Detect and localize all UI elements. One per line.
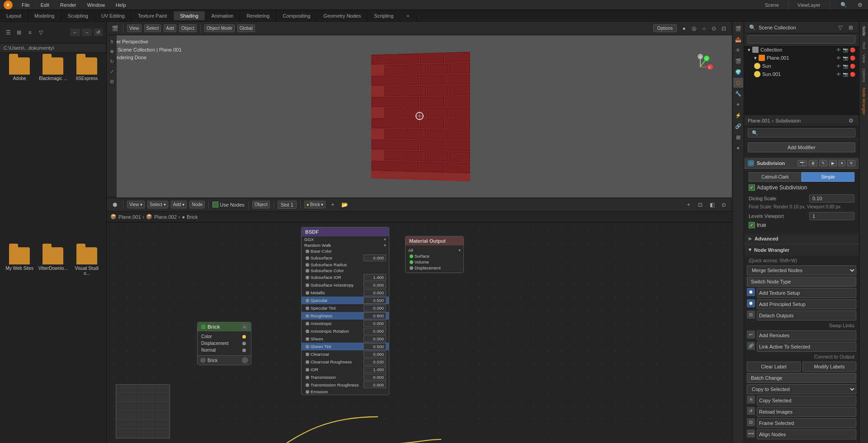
filter-icon-outliner[interactable]: ▽: [835, 23, 844, 32]
blender-logo[interactable]: B: [4, 0, 13, 9]
bsdf-base-color[interactable]: Base Color: [302, 248, 389, 254]
ne-use-nodes-checkbox[interactable]: Use Nodes: [212, 202, 244, 207]
sun001-eye-icon[interactable]: 👁: [836, 72, 841, 77]
ne-tab-view[interactable]: View: [861, 52, 867, 66]
link-active-button[interactable]: Link Active To Selected: [757, 342, 856, 352]
mod-camera-icon[interactable]: 📷: [797, 160, 807, 166]
folder-adobe[interactable]: Adobe: [5, 57, 34, 244]
bsdf-subsurface-color[interactable]: Subsurface Color: [302, 268, 389, 273]
node-canvas[interactable]: Brick − Color Displacement: [107, 222, 732, 443]
levels-viewport-input[interactable]: [809, 212, 854, 220]
prop-settings-icon[interactable]: ⚙: [846, 116, 855, 125]
filter-icon[interactable]: ▽: [36, 28, 45, 37]
folder-visualstudio[interactable]: Visual Studio...: [72, 247, 102, 438]
merge-selected-dropdown[interactable]: Merge Selected Nodes: [747, 265, 856, 275]
search-icon[interactable]: 🔍: [839, 0, 848, 9]
ne-snap[interactable]: ⊡: [696, 200, 705, 209]
bsdf-clearcoat-roughness[interactable]: Clearcoat Roughness 0.030: [302, 358, 389, 366]
clear-label-button[interactable]: Clear Label: [747, 362, 801, 372]
tab-add[interactable]: +: [400, 11, 416, 20]
forward-button[interactable]: →: [82, 28, 92, 36]
tab-compositing[interactable]: Compositing: [276, 11, 317, 20]
mod-edit-icon[interactable]: ✎: [819, 160, 827, 166]
plane001-camera-icon[interactable]: 📷: [843, 56, 848, 61]
ne-sidebar-toggle[interactable]: ◧: [708, 200, 717, 209]
bsdf-anisotropic[interactable]: Anisotropic 0.000: [302, 320, 389, 327]
ne-add-menu[interactable]: Add ▾: [171, 201, 187, 208]
plane001-render-icon[interactable]: 🔴: [850, 56, 855, 61]
ne-slot-selector[interactable]: Slot 1: [278, 201, 297, 209]
list-toggle[interactable]: ≡: [25, 28, 34, 37]
global-dropdown[interactable]: Global: [237, 24, 255, 32]
add-modifier-button[interactable]: Add Modifier: [748, 142, 855, 152]
tab-geometry-nodes[interactable]: Geometry Nodes: [317, 11, 368, 20]
cursor-tool[interactable]: 🖱: [107, 37, 116, 46]
switch-node-type-button[interactable]: Switch Node Type: [747, 277, 856, 287]
detach-outputs-button[interactable]: Detach Outputs: [757, 311, 856, 320]
bsdf-ior[interactable]: IOR 1.450: [302, 366, 389, 373]
tab-scripting[interactable]: Scripting: [368, 11, 400, 20]
copy-selected-button[interactable]: Copy Selected: [757, 396, 856, 405]
bsdf-method-selector[interactable]: GGX ▾: [302, 236, 389, 242]
bsdf-specular-tint[interactable]: Specular Tint 0.000: [302, 304, 389, 312]
view-toggle[interactable]: ⊞: [14, 28, 24, 37]
search-icon-outliner[interactable]: 🔍: [748, 23, 757, 32]
prop-tab-scene[interactable]: 🎬: [733, 56, 743, 66]
batch-change-button[interactable]: Batch Change: [747, 373, 856, 383]
menu-edit[interactable]: Edit: [39, 2, 51, 8]
settings-icon[interactable]: ⚙: [855, 0, 864, 9]
catmull-clark-button[interactable]: Catmull-Clark: [749, 172, 802, 182]
ne-select-menu[interactable]: Select ▾: [147, 201, 168, 208]
bsdf-anisotropic-rotation[interactable]: Anisotropic Rotation 0.000: [302, 327, 389, 335]
add-principled-setup-button[interactable]: Add Principled Setup: [757, 299, 856, 309]
optimal-display-checkbox[interactable]: ✓ true: [749, 222, 854, 228]
sun-render-icon[interactable]: 🔴: [850, 64, 855, 69]
sun001-camera-icon[interactable]: 📷: [843, 72, 848, 77]
ne-breadcrumb-plane002-label[interactable]: Plane.002: [154, 214, 177, 220]
advanced-section-header[interactable]: ▶ Advanced: [744, 234, 859, 244]
prop-tab-material[interactable]: ●: [733, 143, 743, 153]
prop-tab-modifiers[interactable]: 🔧: [733, 89, 743, 99]
bsdf-specular[interactable]: Specular 0.500: [302, 297, 389, 304]
menu-help[interactable]: Help: [114, 2, 128, 8]
camera-icon[interactable]: 📷: [843, 47, 848, 52]
bsdf-subsurface-method[interactable]: Random Walk ▾: [302, 242, 389, 248]
object-menu[interactable]: Object: [179, 24, 197, 32]
tab-texture-paint[interactable]: Texture Paint: [132, 11, 174, 20]
simple-button[interactable]: Simple: [802, 172, 854, 182]
prop-tab-view[interactable]: 👁: [733, 45, 743, 55]
tab-sculpting[interactable]: Sculpting: [61, 11, 95, 20]
ne-material-selector[interactable]: ● Brick ▾: [304, 201, 326, 208]
bsdf-subsurface[interactable]: Subsurface 0.000: [302, 254, 389, 262]
viewport-editor-icon[interactable]: 🎬: [110, 24, 119, 33]
mat-output-dropdown[interactable]: All ▾: [406, 247, 463, 253]
ne-editor-icon[interactable]: ⬢: [110, 200, 119, 209]
rotate-tool[interactable]: ↻: [107, 57, 116, 66]
prop-tab-constraints[interactable]: 🔗: [733, 121, 743, 131]
node-wrangler-header[interactable]: ▾ Node Wrangler: [744, 245, 859, 255]
tab-modeling[interactable]: Modeling: [28, 11, 61, 20]
eye-icon[interactable]: 👁: [836, 47, 841, 52]
outliner-row-sun001[interactable]: Sun.001 👁 📷 🔴: [744, 70, 859, 78]
adaptive-subdivision-checkbox[interactable]: ✓ Adaptive Subdivision: [749, 184, 854, 191]
align-nodes-button[interactable]: Align Nodes: [757, 429, 856, 439]
bsdf-roughness[interactable]: Roughness 0.800: [302, 312, 389, 320]
ne-breadcrumb-brick-label[interactable]: Brick: [187, 214, 198, 220]
brick-node-minimize[interactable]: −: [242, 324, 247, 330]
viewport-overlay[interactable]: ⊙: [709, 24, 718, 33]
render-icon[interactable]: 🔴: [850, 47, 855, 52]
reload-images-button[interactable]: Reload Images: [757, 407, 856, 417]
select-menu[interactable]: Select: [144, 24, 161, 32]
tab-shading[interactable]: Shading: [174, 11, 205, 20]
bsdf-node[interactable]: BSDF GGX ▾ Random Walk ▾: [301, 227, 389, 395]
menu-window[interactable]: Window: [85, 2, 107, 8]
add-reroutes-button[interactable]: Add Reroutes: [757, 330, 856, 340]
dicing-scale-input[interactable]: [809, 194, 854, 203]
bsdf-subsurface-radius[interactable]: Subsurface Radius: [302, 262, 389, 268]
refresh-button[interactable]: ↺: [94, 28, 103, 36]
viewport-canvas[interactable]: X Y Z: [107, 35, 732, 198]
ne-open-material[interactable]: 📂: [340, 200, 349, 209]
back-button[interactable]: ←: [70, 28, 80, 36]
ne-node-menu[interactable]: Node: [189, 201, 205, 208]
prop-tab-particles[interactable]: ✦: [733, 99, 743, 109]
